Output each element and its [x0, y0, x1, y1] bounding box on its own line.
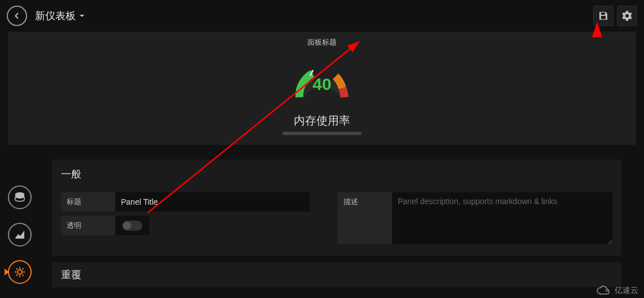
gauge-value: 40	[312, 75, 331, 94]
section-repeat: 重覆	[52, 262, 621, 287]
input-panel-title[interactable]	[115, 192, 310, 211]
dashboard-title-dropdown[interactable]: 新仪表板	[35, 9, 85, 23]
form-right-column: 描述	[338, 192, 612, 244]
label-description: 描述	[338, 192, 392, 244]
database-icon	[14, 191, 26, 204]
dashboard-title: 新仪表板	[35, 9, 76, 23]
gauge: 40 内存使用率	[282, 58, 362, 135]
save-icon	[598, 11, 608, 21]
tab-visualization[interactable]	[8, 223, 32, 247]
svg-point-2	[18, 270, 22, 274]
panel-editor: 一般 标题 透明 描述	[0, 154, 644, 298]
caret-down-icon	[79, 13, 85, 19]
row-description: 描述	[338, 192, 612, 244]
chart-icon	[14, 229, 25, 240]
form-left-column: 标题 透明	[61, 192, 310, 244]
row-title: 标题	[61, 192, 310, 211]
back-button[interactable]	[7, 6, 27, 26]
panel-title[interactable]: 面板标题	[307, 37, 337, 47]
gauge-label: 内存使用率	[294, 113, 350, 128]
label-transparent: 透明	[61, 216, 115, 235]
section-repeat-heading: 重覆	[61, 269, 81, 280]
label-title: 标题	[61, 192, 115, 211]
row-transparent: 透明	[61, 216, 310, 235]
settings-button[interactable]	[617, 6, 637, 26]
textarea-description[interactable]	[392, 192, 612, 244]
section-general: 一般 标题 透明 描述	[52, 159, 621, 256]
watermark-text: 亿速云	[615, 286, 638, 296]
panel-resize-handle[interactable]	[282, 132, 362, 135]
switch-transparent[interactable]	[122, 221, 142, 231]
tab-queries[interactable]	[8, 185, 32, 209]
svg-point-5	[606, 290, 608, 292]
tab-general[interactable]	[8, 260, 32, 284]
back-arrow-icon	[12, 11, 21, 20]
cloud-icon	[595, 286, 612, 296]
watermark: 亿速云	[595, 286, 638, 296]
switch-transparent-wrap	[115, 216, 149, 235]
gear-icon	[622, 11, 632, 21]
editor-side-tabs	[8, 185, 32, 297]
gear-bug-icon	[14, 266, 26, 278]
section-general-heading: 一般	[52, 159, 621, 187]
panel-preview: 面板标题 40 内存使用率	[8, 32, 636, 145]
top-toolbar: 新仪表板	[0, 0, 644, 32]
editor-body: 一般 标题 透明 描述	[52, 154, 621, 298]
save-button[interactable]	[593, 6, 613, 26]
